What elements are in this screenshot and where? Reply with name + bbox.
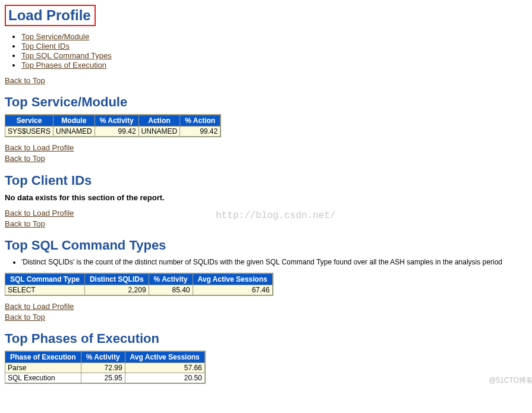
cell: UNNAMED [138,127,180,137]
cell: 25.95 [81,373,125,383]
table-row: SYS$USERS UNNAMED 99.42 UNNAMED 99.42 [5,127,221,137]
table-row: Parse 72.99 57.66 [5,363,205,373]
cell: 85.40 [149,285,193,295]
th-pct-activity: % Activity [81,352,125,363]
cell: 67.46 [193,285,272,295]
cell: Parse [5,363,81,373]
cell: 57.66 [125,363,204,373]
th-pct-action: % Action [180,115,221,127]
th-pct-activity: % Activity [95,115,138,127]
cell: UNNAMED [53,127,95,137]
cell: 99.42 [180,127,221,137]
cell: SYS$USERS [5,127,53,137]
cell: SQL Execution [5,373,81,383]
th-module: Module [53,115,95,127]
note-list: 'Distinct SQLIDs' is the count of the di… [21,258,532,266]
th-avg-active-sessions: Avg Active Sessions [193,273,272,285]
cell: 2,209 [84,285,149,295]
toc-link-client-ids[interactable]: Top Client IDs [21,42,70,51]
section-title-service-module: Top Service/Module [5,94,532,110]
table-row: SQL Execution 25.95 20.50 [5,373,205,383]
table-service-module: Service Module % Activity Action % Actio… [5,115,221,137]
th-sql-command-type: SQL Command Type [5,273,85,285]
back-to-load-profile-link[interactable]: Back to Load Profile [5,209,74,217]
back-to-top-link[interactable]: Back to Top [5,154,45,163]
th-service: Service [5,115,53,127]
note-text: 'Distinct SQLIDs' is the count of the di… [21,258,532,266]
toc-link-service-module[interactable]: Top Service/Module [21,32,89,41]
no-data-message: No data exists for this section of the r… [5,193,532,202]
watermark-corner: @51CTO博客 [489,376,532,386]
cell: 99.42 [95,127,138,137]
th-distinct-sqlids: Distinct SQLIDs [84,273,149,285]
back-to-load-profile-link[interactable]: Back to Load Profile [5,143,74,152]
cell: SELECT [5,285,85,295]
th-action: Action [138,115,180,127]
section-title-phases: Top Phases of Execution [5,331,532,346]
back-to-top-link[interactable]: Back to Top [5,76,45,85]
back-to-top-link[interactable]: Back to Top [5,219,45,228]
section-title-client-ids: Top Client IDs [5,173,532,188]
th-pct-activity: % Activity [149,273,193,285]
back-to-load-profile-link[interactable]: Back to Load Profile [5,302,74,311]
th-avg-active-sessions: Avg Active Sessions [125,352,204,363]
cell: 20.50 [125,373,204,383]
page-title: Load Profile [5,5,96,26]
back-to-top-link[interactable]: Back to Top [5,313,45,321]
table-phases: Phase of Execution % Activity Avg Active… [5,351,205,383]
th-phase: Phase of Execution [5,352,81,363]
cell: 72.99 [81,363,125,373]
table-sql-command-types: SQL Command Type Distinct SQLIDs % Activ… [5,273,273,295]
section-title-sql-command-types: Top SQL Command Types [5,238,532,253]
toc-link-sql-command-types[interactable]: Top SQL Command Types [21,51,112,60]
table-row: SELECT 2,209 85.40 67.46 [5,285,273,295]
toc-link-phases[interactable]: Top Phases of Execution [21,61,106,70]
toc-list: Top Service/Module Top Client IDs Top SQ… [21,32,532,70]
